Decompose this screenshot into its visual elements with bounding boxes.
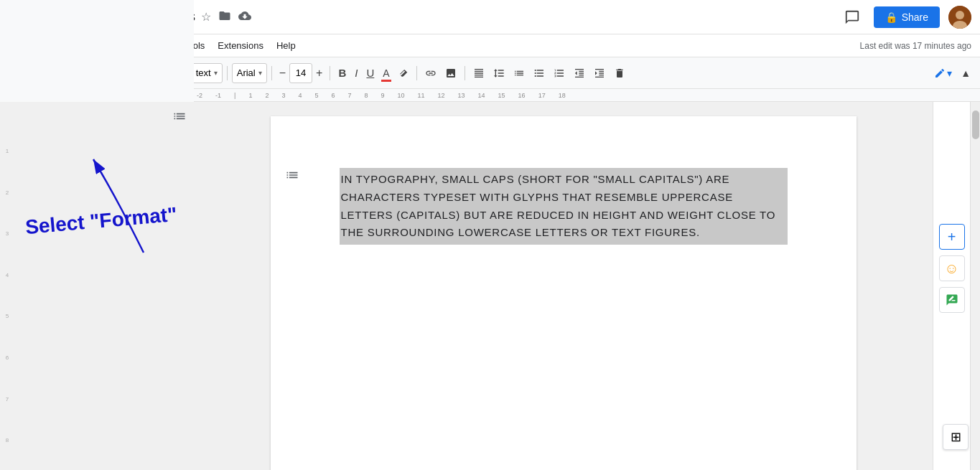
underline-button[interactable]: U: [363, 63, 378, 83]
arrow-annotation: [72, 138, 194, 281]
scroll-to-bottom-button[interactable]: ⊞: [943, 424, 969, 450]
toolbar-separator-5: [330, 66, 330, 80]
svg-point-4: [956, 11, 964, 19]
bold-button[interactable]: B: [335, 63, 350, 83]
ruler-num-2: 2: [6, 187, 9, 199]
toolbar-separator-7: [465, 66, 465, 80]
scrollbar[interactable]: [970, 102, 980, 470]
insert-link-button[interactable]: [421, 65, 440, 82]
editing-arrow: ▾: [947, 67, 952, 79]
text-color-button[interactable]: A: [379, 63, 393, 83]
page-outline-icon[interactable]: [285, 168, 299, 185]
right-sidebar: + ☺: [933, 102, 970, 470]
comments-button[interactable]: [839, 4, 865, 30]
ruler-num-6: 6: [6, 352, 9, 365]
last-edit-text: Last edit was 17 minutes ago: [860, 41, 971, 51]
font-arrow: ▾: [258, 69, 262, 77]
left-margin: 1 2 3 4 5 6 7 8 9: [0, 102, 14, 470]
collapse-toolbar-button[interactable]: ▲: [957, 65, 974, 82]
lock-icon: 🔒: [885, 11, 897, 23]
share-label: Share: [902, 11, 928, 23]
italic-button[interactable]: I: [351, 63, 361, 83]
doc-selected-text[interactable]: IN TYPOGRAPHY, SMALL CAPS (SHORT FOR "SM…: [340, 168, 788, 245]
ruler-num-4: 4: [6, 269, 9, 282]
bottom-right-area: ⊞: [943, 424, 969, 450]
line-spacing-button[interactable]: [490, 65, 508, 82]
annotation-area: Select "Format": [14, 102, 194, 470]
annotation-text: Select "Format": [24, 203, 178, 239]
menu-help[interactable]: Help: [271, 37, 302, 54]
title-icons: ☆: [201, 9, 256, 25]
clear-formatting-button[interactable]: [610, 65, 629, 82]
ruler: -2 -1 | 1 2 3 4 5 6 7 8 9 10 11 12 13 14…: [0, 89, 980, 102]
insert-image-button[interactable]: [442, 65, 460, 82]
highlight-button[interactable]: [395, 63, 412, 83]
font-size-control: − +: [276, 63, 326, 83]
ruler-num-7: 7: [6, 393, 9, 406]
font-size-input[interactable]: [289, 63, 312, 83]
numbered-list-button[interactable]: [550, 65, 569, 82]
font-size-increase[interactable]: +: [313, 65, 325, 81]
doc-container[interactable]: IN TYPOGRAPHY, SMALL CAPS (SHORT FOR "SM…: [194, 102, 933, 470]
title-right: 🔒 Share: [839, 4, 971, 30]
bullet-list-button[interactable]: [530, 65, 549, 82]
toolbar-separator-4: [271, 66, 272, 80]
ruler-num-5: 5: [6, 310, 9, 323]
avatar[interactable]: [948, 6, 971, 29]
doc-page: IN TYPOGRAPHY, SMALL CAPS (SHORT FOR "SM…: [271, 116, 857, 470]
add-comment-button[interactable]: +: [939, 224, 965, 250]
ruler-num-3: 3: [6, 227, 9, 240]
toolbar-separator-6: [416, 66, 417, 80]
suggest-edit-button[interactable]: [939, 287, 965, 313]
share-button[interactable]: 🔒 Share: [874, 6, 940, 28]
ruler-num-8: 8: [6, 434, 9, 447]
doc-text-content: IN TYPOGRAPHY, SMALL CAPS (SHORT FOR "SM…: [341, 173, 776, 238]
color-indicator: [381, 80, 391, 82]
scroll-thumb[interactable]: [972, 111, 979, 139]
text-style-arrow: ▾: [214, 69, 218, 77]
page-area: 1 2 3 4 5 6 7 8 9 Select "Format": [0, 102, 980, 470]
checklist-button[interactable]: [510, 65, 528, 82]
font-name-value: Arial: [237, 67, 256, 78]
decrease-indent-button[interactable]: [570, 65, 589, 82]
font-size-decrease[interactable]: −: [276, 65, 289, 81]
star-icon[interactable]: ☆: [201, 10, 211, 24]
emoji-reaction-button[interactable]: ☺: [939, 255, 965, 281]
increase-indent-button[interactable]: [590, 65, 609, 82]
menu-extensions[interactable]: Extensions: [212, 37, 269, 54]
outline-icon[interactable]: [172, 109, 187, 127]
ruler-num-1: 1: [6, 145, 9, 158]
editing-mode-button[interactable]: ▾: [930, 65, 956, 82]
toolbar-separator-3: [227, 66, 228, 80]
folder-icon[interactable]: [218, 9, 231, 25]
align-button[interactable]: [470, 65, 488, 82]
cloud-save-icon[interactable]: [238, 9, 251, 25]
font-dropdown[interactable]: Arial ▾: [232, 63, 267, 83]
